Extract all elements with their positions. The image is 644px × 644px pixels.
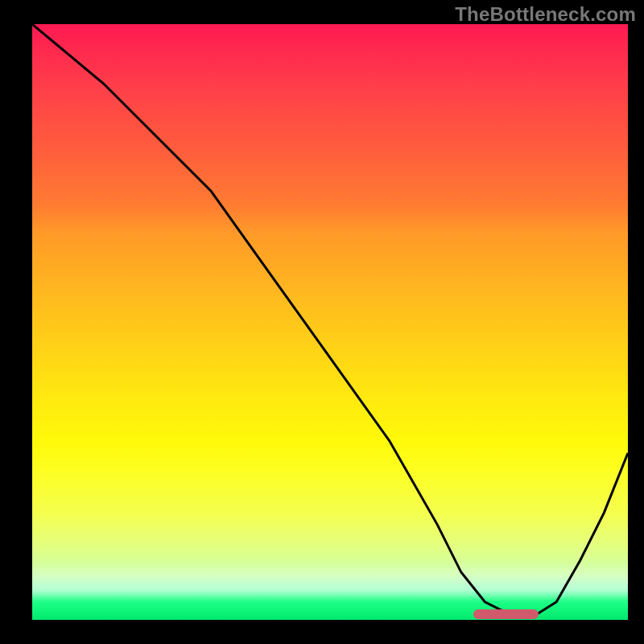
chart-container: TheBottleneck.com bbox=[0, 0, 644, 644]
watermark-text: TheBottleneck.com bbox=[455, 3, 636, 26]
curve-path bbox=[32, 24, 628, 617]
plot-area bbox=[32, 24, 628, 620]
bottleneck-curve bbox=[32, 24, 628, 620]
optimal-range-marker bbox=[473, 609, 539, 619]
